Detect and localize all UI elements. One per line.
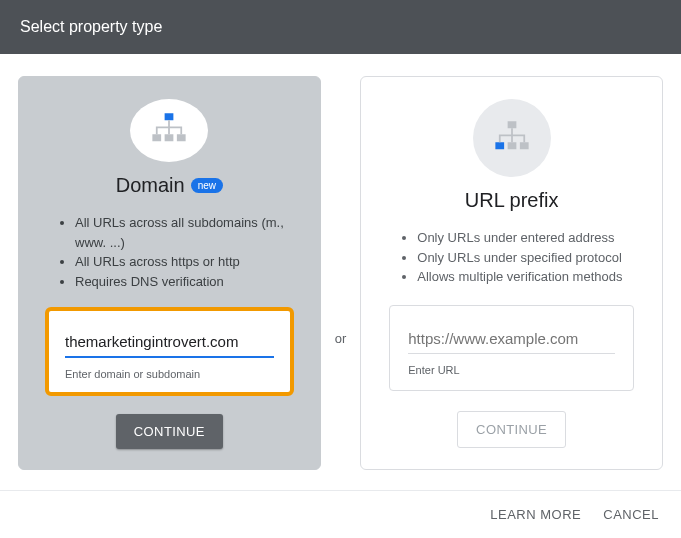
- svg-rect-1: [153, 134, 162, 141]
- urlprefix-continue-button[interactable]: CONTINUE: [457, 411, 566, 448]
- list-item: Allows multiple verification methods: [417, 267, 634, 287]
- list-item: All URLs across all subdomains (m., www.…: [75, 213, 292, 252]
- dialog-content: Domain new All URLs across all subdomain…: [0, 54, 681, 480]
- svg-rect-2: [165, 134, 174, 141]
- domain-input[interactable]: [65, 329, 274, 358]
- domain-continue-button[interactable]: CONTINUE: [116, 414, 223, 449]
- svg-rect-3: [177, 134, 186, 141]
- list-item: All URLs across https or http: [75, 252, 292, 272]
- svg-rect-4: [507, 121, 516, 128]
- urlprefix-input-wrap: Enter URL: [389, 305, 634, 391]
- dialog-footer: LEARN MORE CANCEL: [0, 490, 681, 538]
- list-item: Requires DNS verification: [75, 272, 292, 292]
- urlprefix-bullets: Only URLs under entered address Only URL…: [389, 228, 634, 287]
- domain-card[interactable]: Domain new All URLs across all subdomain…: [18, 76, 321, 470]
- svg-rect-7: [520, 142, 529, 149]
- urlprefix-input-caption: Enter URL: [408, 364, 615, 376]
- learn-more-button[interactable]: LEARN MORE: [490, 507, 581, 522]
- svg-rect-6: [507, 142, 516, 149]
- cancel-button[interactable]: CANCEL: [603, 507, 659, 522]
- domain-card-title: Domain: [116, 174, 185, 197]
- domain-bullets: All URLs across all subdomains (m., www.…: [47, 213, 292, 291]
- sitemap-icon: [130, 99, 208, 162]
- dialog-title: Select property type: [20, 18, 162, 35]
- or-separator: or: [335, 331, 347, 346]
- domain-input-caption: Enter domain or subdomain: [65, 368, 274, 380]
- list-item: Only URLs under entered address: [417, 228, 634, 248]
- urlprefix-card-title: URL prefix: [465, 189, 559, 212]
- svg-rect-5: [495, 142, 504, 149]
- domain-card-title-row: Domain new: [116, 174, 223, 197]
- sitemap-icon: [473, 99, 551, 177]
- dialog-header: Select property type: [0, 0, 681, 54]
- domain-input-wrap: Enter domain or subdomain: [47, 309, 292, 394]
- urlprefix-card-title-row: URL prefix: [465, 189, 559, 212]
- urlprefix-input[interactable]: [408, 326, 615, 354]
- list-item: Only URLs under specified protocol: [417, 248, 634, 268]
- svg-rect-0: [165, 113, 174, 120]
- new-badge: new: [191, 178, 223, 193]
- urlprefix-card[interactable]: URL prefix Only URLs under entered addre…: [360, 76, 663, 470]
